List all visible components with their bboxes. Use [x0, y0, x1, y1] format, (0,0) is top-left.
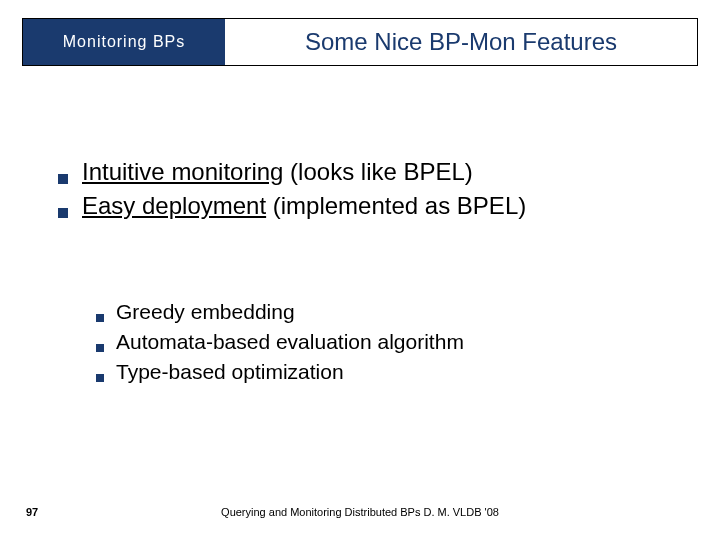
underlined-phrase: Easy deployment: [82, 192, 266, 219]
slide-title: Some Nice BP-Mon Features: [225, 19, 697, 65]
list-item-text: Greedy embedding: [116, 300, 295, 324]
rest-text: (implemented as BPEL): [266, 192, 526, 219]
square-bullet-icon: [96, 344, 104, 352]
rest-text: (looks like BPEL): [283, 158, 472, 185]
footer-citation: Querying and Monitoring Distributed BPs …: [0, 506, 720, 518]
list-item-text: Automata-based evaluation algorithm: [116, 330, 464, 354]
square-bullet-icon: [96, 314, 104, 322]
header-bar: Monitoring BPs Some Nice BP-Mon Features: [22, 18, 698, 66]
main-bullet-list: Intuitive monitoring (looks like BPEL) E…: [58, 158, 680, 226]
list-item: Type-based optimization: [96, 360, 680, 384]
square-bullet-icon: [58, 208, 68, 218]
square-bullet-icon: [96, 374, 104, 382]
list-item: Easy deployment (implemented as BPEL): [58, 192, 680, 220]
list-item-text: Type-based optimization: [116, 360, 344, 384]
list-item: Automata-based evaluation algorithm: [96, 330, 680, 354]
underlined-phrase: Intuitive monitoring: [82, 158, 283, 185]
square-bullet-icon: [58, 174, 68, 184]
sub-bullet-list: Greedy embedding Automata-based evaluati…: [96, 300, 680, 390]
header-left-label: Monitoring BPs: [23, 19, 225, 65]
list-item: Intuitive monitoring (looks like BPEL): [58, 158, 680, 186]
list-item-text: Intuitive monitoring (looks like BPEL): [82, 158, 473, 186]
list-item-text: Easy deployment (implemented as BPEL): [82, 192, 526, 220]
list-item: Greedy embedding: [96, 300, 680, 324]
